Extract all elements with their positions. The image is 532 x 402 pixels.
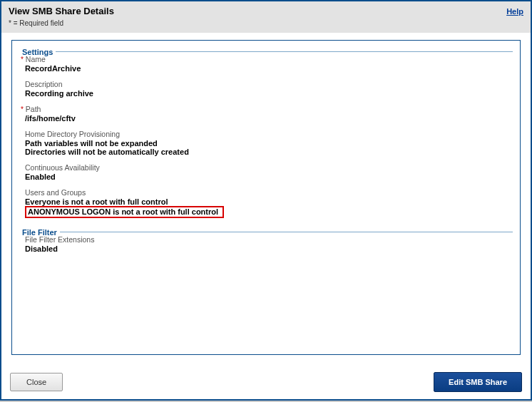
field-homedir-value2: Directories will not be automatically cr… — [25, 148, 513, 156]
field-users-groups: Users and Groups Everyone is not a root … — [25, 188, 513, 218]
section-file-filter: File Filter File Filter Extensions Disab… — [19, 228, 513, 253]
edit-smb-share-button[interactable]: Edit SMB Share — [434, 372, 522, 392]
field-users-groups-label: Users and Groups — [25, 188, 513, 197]
field-description: Description Recording archive — [25, 80, 513, 98]
highlight-anonymous-logon: ANONYMOUS LOGON is not a root with full … — [25, 206, 224, 218]
section-divider — [19, 51, 513, 52]
help-link[interactable]: Help — [506, 7, 523, 16]
section-settings-title: Settings — [19, 48, 56, 56]
field-name-label: * Name — [25, 55, 513, 63]
field-homedir-value1: Path variables will not be expanded — [25, 139, 513, 148]
field-users-groups-value1: Everyone is not a root with full control — [25, 197, 513, 206]
section-settings: Settings * Name RecordArchive Descriptio… — [19, 48, 513, 218]
field-path: * Path /ifs/home/cftv — [25, 105, 513, 123]
field-continuous-availability: Continuous Availability Enabled — [25, 163, 513, 181]
field-path-label-text: Path — [26, 105, 41, 113]
field-homedir-label: Home Directory Provisioning — [25, 130, 513, 138]
field-path-label: * Path — [25, 105, 513, 113]
field-ca-label: Continuous Availability — [25, 163, 513, 172]
field-file-filter-ext: File Filter Extensions Disabled — [25, 235, 513, 253]
dialog-content: Settings * Name RecordArchive Descriptio… — [1, 33, 531, 366]
close-button[interactable]: Close — [10, 373, 63, 391]
required-asterisk-icon: * — [21, 105, 24, 113]
section-divider — [19, 232, 513, 232]
dialog-footer: Close Edit SMB Share — [1, 366, 531, 399]
field-description-label: Description — [25, 80, 513, 88]
dialog-window: View SMB Share Details * = Required fiel… — [0, 0, 532, 401]
content-area: Settings * Name RecordArchive Descriptio… — [11, 40, 521, 355]
field-ca-value: Enabled — [25, 172, 513, 181]
section-file-filter-title: File Filter — [19, 228, 60, 237]
field-name-value: RecordArchive — [25, 64, 513, 73]
required-asterisk-icon: * — [21, 56, 24, 63]
header-left: View SMB Share Details * = Required fiel… — [9, 6, 114, 27]
field-file-filter-ext-label: File Filter Extensions — [25, 235, 513, 244]
field-name: * Name RecordArchive — [25, 55, 513, 73]
field-users-groups-value2: ANONYMOUS LOGON is not a root with full … — [28, 207, 218, 216]
dialog-title: View SMB Share Details — [9, 6, 114, 16]
required-field-note: * = Required field — [9, 19, 114, 27]
dialog-header: View SMB Share Details * = Required fiel… — [1, 1, 531, 33]
field-path-value: /ifs/home/cftv — [25, 114, 513, 123]
field-file-filter-ext-value: Disabled — [25, 244, 513, 253]
field-homedir: Home Directory Provisioning Path variabl… — [25, 130, 513, 156]
field-description-value: Recording archive — [25, 89, 513, 98]
